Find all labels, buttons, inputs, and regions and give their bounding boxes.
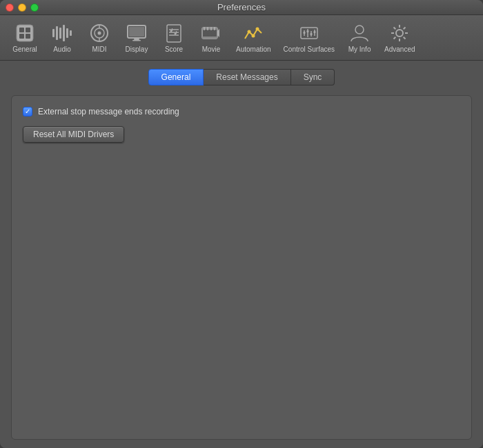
tab-reset-messages[interactable]: Reset Messages: [204, 69, 290, 85]
svg-point-41: [252, 34, 255, 38]
window-title: Preferences: [217, 2, 266, 12]
svg-rect-6: [56, 26, 58, 40]
title-bar: Preferences: [0, 0, 483, 15]
svg-point-53: [396, 30, 403, 37]
svg-point-13: [98, 32, 101, 35]
svg-point-40: [248, 30, 251, 34]
svg-rect-10: [70, 30, 72, 36]
svg-rect-0: [17, 25, 33, 41]
toolbar-item-midi[interactable]: MIDI: [81, 19, 117, 56]
toolbar: General Audio: [0, 15, 483, 61]
svg-line-61: [394, 37, 396, 39]
toolbar-label-general: General: [12, 45, 37, 53]
toolbar-item-general[interactable]: General: [7, 19, 43, 56]
toolbar-item-score[interactable]: Score: [156, 19, 192, 56]
close-button[interactable]: [6, 3, 14, 12]
score-icon: [163, 22, 185, 44]
toolbar-label-control-surfaces: Control Surfaces: [284, 45, 335, 53]
svg-rect-34: [210, 27, 212, 30]
svg-rect-48: [303, 32, 305, 34]
svg-rect-35: [214, 27, 215, 30]
svg-point-42: [256, 28, 259, 31]
svg-rect-5: [52, 29, 55, 37]
movie-icon: [200, 22, 222, 44]
preferences-window: Preferences General: [0, 0, 483, 448]
reset-midi-drivers-button[interactable]: Reset All MIDI Drivers: [23, 126, 124, 143]
advanced-icon: [388, 22, 411, 44]
external-stop-checkbox[interactable]: ✓: [23, 107, 32, 116]
checkbox-checkmark: ✓: [25, 108, 30, 115]
svg-rect-33: [207, 27, 208, 30]
midi-panel: ✓ External stop message ends recording R…: [11, 95, 472, 440]
general-icon: [14, 22, 36, 44]
toolbar-label-movie: Movie: [202, 45, 221, 53]
svg-rect-32: [204, 27, 205, 30]
automation-icon: [242, 22, 264, 44]
toolbar-item-automation[interactable]: Automation: [230, 19, 277, 56]
toolbar-item-audio[interactable]: Audio: [44, 19, 80, 56]
svg-rect-7: [59, 28, 61, 39]
display-icon: [126, 22, 148, 44]
tab-bar: General Reset Messages Sync: [11, 69, 472, 85]
toolbar-label-score: Score: [165, 45, 183, 53]
svg-rect-1: [19, 28, 24, 32]
svg-rect-18: [134, 39, 139, 40]
svg-line-58: [394, 28, 396, 30]
toolbar-item-my-info[interactable]: My Info: [342, 19, 377, 56]
toolbar-item-movie[interactable]: Movie: [193, 19, 229, 56]
svg-rect-50: [310, 33, 312, 35]
window-controls: [6, 3, 39, 12]
svg-rect-19: [132, 40, 141, 41]
svg-rect-3: [19, 34, 24, 39]
external-stop-label: External stop message ends recording: [38, 107, 179, 116]
svg-rect-20: [167, 25, 181, 42]
svg-rect-31: [202, 37, 217, 39]
svg-rect-8: [63, 25, 65, 41]
toolbar-label-display: Display: [126, 45, 148, 53]
my-info-icon: [348, 22, 371, 44]
toolbar-item-advanced[interactable]: Advanced: [379, 19, 420, 56]
svg-rect-17: [129, 27, 144, 37]
toolbar-label-audio: Audio: [53, 45, 71, 53]
toolbar-item-display[interactable]: Display: [119, 19, 155, 56]
control-surfaces-icon: [298, 22, 320, 44]
svg-rect-4: [26, 34, 30, 39]
svg-point-52: [355, 26, 364, 34]
tab-sync[interactable]: Sync: [291, 69, 335, 85]
svg-line-59: [404, 37, 406, 39]
svg-rect-9: [66, 28, 68, 38]
svg-line-60: [404, 28, 406, 30]
content-area: General Reset Messages Sync ✓ External s…: [0, 61, 483, 448]
toolbar-label-my-info: My Info: [348, 45, 371, 53]
maximize-button[interactable]: [30, 3, 39, 12]
toolbar-label-midi: MIDI: [92, 45, 106, 53]
svg-rect-51: [313, 31, 315, 33]
midi-icon: [88, 22, 110, 44]
external-stop-row: ✓ External stop message ends recording: [23, 107, 460, 116]
svg-rect-49: [306, 30, 308, 32]
svg-rect-2: [26, 28, 30, 32]
toolbar-item-control-surfaces[interactable]: Control Surfaces: [278, 19, 340, 56]
tab-general[interactable]: General: [148, 69, 204, 85]
toolbar-label-automation: Automation: [236, 45, 271, 53]
audio-icon: [51, 22, 73, 44]
minimize-button[interactable]: [18, 3, 26, 12]
toolbar-label-advanced: Advanced: [384, 45, 415, 53]
